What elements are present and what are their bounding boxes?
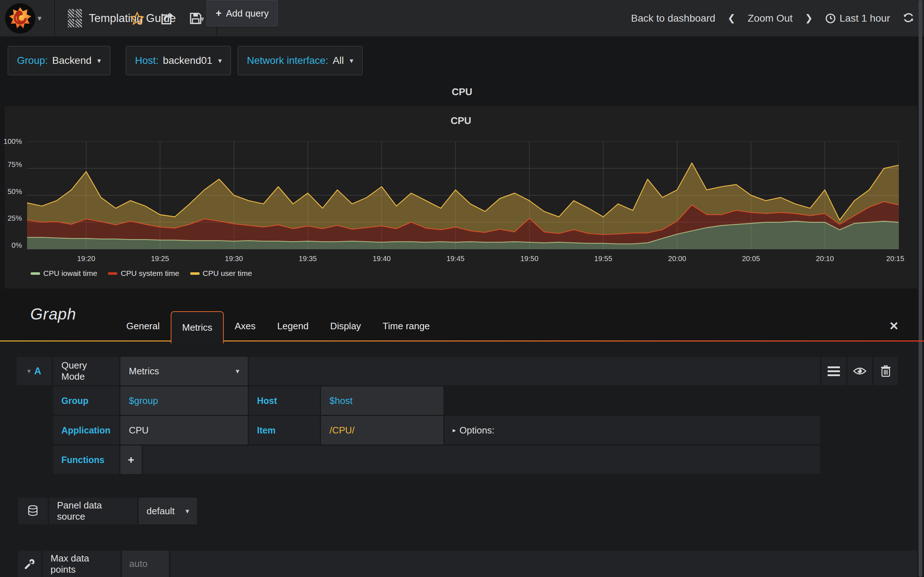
chevron-down-icon: ▾	[236, 367, 239, 376]
legend-item[interactable]: CPU user time	[190, 269, 252, 278]
chevron-down-icon: ▾	[218, 56, 221, 65]
variable-host-picker[interactable]: Host: backend01 ▾	[126, 46, 231, 76]
functions-label: Functions	[53, 446, 119, 474]
plus-icon: +	[216, 8, 221, 19]
chevron-down-icon: ▾	[27, 367, 31, 375]
editor-tabbar: General Metrics Axes Legend Display Time…	[115, 311, 441, 342]
y-axis-labels: 0% 25% 50% 75% 100%	[5, 141, 24, 249]
query-ref-letter: A	[34, 366, 42, 377]
clock-icon	[825, 13, 836, 24]
editor-accent-line	[0, 340, 924, 342]
max-data-points-filler	[170, 551, 917, 577]
panel-editor-header: Graph General Metrics Axes Legend Displa…	[0, 288, 924, 342]
max-data-points-input[interactable]	[122, 551, 169, 577]
item-input[interactable]: /CPU/	[321, 416, 443, 444]
tab-general[interactable]: General	[115, 311, 171, 342]
options-expand[interactable]: ▸ Options:	[445, 416, 820, 444]
variable-group-picker[interactable]: Group: Backend ▾	[8, 46, 110, 76]
variable-netif-picker[interactable]: Network interface: All ▾	[237, 46, 363, 76]
chevron-right-icon: ▸	[452, 426, 456, 434]
chevron-down-icon: ▾	[350, 56, 353, 65]
functions-row-filler	[143, 446, 820, 474]
query-row-filler	[249, 357, 820, 385]
panel-type-title: Graph	[30, 305, 76, 323]
add-query-button[interactable]: + Add query	[207, 0, 278, 27]
chevron-down-icon: ▾	[97, 56, 101, 65]
page-scrollbar[interactable]	[919, 0, 922, 577]
tab-time-range[interactable]: Time range	[372, 311, 441, 342]
wrench-icon	[18, 551, 41, 577]
legend-item[interactable]: CPU iowait time	[31, 269, 97, 278]
application-label: Application	[53, 416, 119, 444]
close-icon[interactable]: ✕	[889, 319, 899, 333]
item-label: Item	[249, 416, 320, 444]
legend-swatch	[190, 272, 200, 275]
query-mode-label: Query Mode	[53, 357, 119, 385]
time-range-picker[interactable]: Last 1 hour	[825, 13, 890, 24]
add-function-button[interactable]: +	[121, 446, 142, 474]
group-label: Group	[53, 387, 119, 415]
legend-swatch	[108, 272, 117, 275]
query-collapse-toggle[interactable]: ▾ A	[16, 357, 52, 385]
x-axis-labels: 19:20 19:25 19:30 19:35 19:40 19:45 19:5…	[27, 255, 899, 264]
chevron-down-icon: ▾	[186, 507, 189, 515]
legend-swatch	[31, 272, 40, 275]
trash-icon	[880, 365, 891, 377]
share-button[interactable]	[156, 0, 176, 36]
tab-legend[interactable]: Legend	[267, 311, 320, 342]
query-delete-button[interactable]	[874, 357, 898, 385]
grafana-logo[interactable]	[5, 3, 36, 34]
save-button[interactable]	[186, 0, 206, 36]
max-data-points-label: Max data points	[43, 551, 121, 577]
chart-svg	[27, 141, 899, 249]
chevron-left-icon[interactable]: ❮	[728, 13, 736, 24]
navbar-divider	[54, 0, 55, 36]
zoom-out-button[interactable]: Zoom Out	[748, 13, 793, 24]
panel-title[interactable]: CPU	[5, 115, 917, 127]
max-data-points-field[interactable]	[122, 551, 169, 577]
menu-icon	[828, 366, 840, 376]
datasource-label: Panel data source	[49, 498, 137, 524]
chevron-down-icon[interactable]: ▾	[37, 14, 42, 23]
tab-display[interactable]: Display	[320, 311, 372, 342]
dashboard-grid-icon	[68, 9, 82, 27]
dashboard-row-title[interactable]: CPU	[0, 87, 924, 98]
datasource-select[interactable]: default ▾	[139, 498, 197, 524]
refresh-button[interactable]	[902, 11, 914, 25]
plus-icon: +	[128, 454, 134, 466]
host-input[interactable]: $host	[321, 387, 443, 415]
query-menu-button[interactable]	[822, 357, 846, 385]
query-toggle-visibility-button[interactable]	[848, 357, 872, 385]
query-mode-select[interactable]: Metrics ▾	[121, 357, 247, 385]
chart-legend: CPU iowait time CPU system time CPU user…	[31, 269, 252, 278]
tab-metrics[interactable]: Metrics	[171, 311, 224, 343]
star-button[interactable]	[127, 0, 147, 36]
top-navbar: ▾ Templating Guide ▾ ⚙ Back to dashboard…	[0, 0, 924, 36]
chart-plot-area[interactable]	[27, 141, 899, 249]
group-input[interactable]: $group	[121, 387, 247, 415]
legend-item[interactable]: CPU system time	[108, 269, 179, 278]
chevron-right-icon[interactable]: ❯	[805, 13, 813, 24]
tab-axes[interactable]: Axes	[224, 311, 267, 342]
back-to-dashboard-button[interactable]: Back to dashboard	[631, 13, 716, 24]
application-input[interactable]: CPU	[121, 416, 247, 444]
datasource-icon	[18, 498, 48, 524]
eye-icon	[853, 366, 867, 376]
cpu-graph-panel: CPU 0% 25% 50% 75% 100% 19:20 19:25 19:3…	[5, 106, 917, 288]
host-label: Host	[249, 387, 320, 415]
